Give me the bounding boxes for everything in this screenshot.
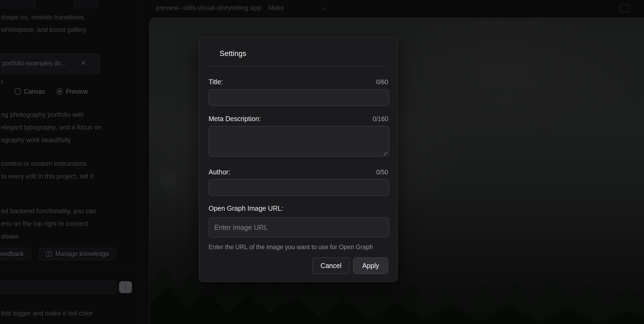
meta-field-head: Meta Description: 0/160: [209, 114, 388, 123]
chat-message-fragment: whitespace, and boost gallery: [1, 23, 86, 36]
og-image-url-label: Open Graph Image URL:: [209, 205, 283, 212]
eye-icon: [57, 89, 63, 94]
sidebar-divider: [0, 268, 142, 268]
manage-knowledge-button[interactable]: Manage knowledge: [39, 248, 116, 260]
make-menu-label: Make: [268, 4, 284, 11]
dialog-divider: [209, 66, 388, 66]
assistant-text-fragment: ed backend functionality, you can: [1, 205, 96, 217]
canvas-floating-chip[interactable]: [162, 175, 174, 188]
knowledge-book-icon: [46, 251, 52, 257]
meta-char-counter: 0/160: [373, 115, 388, 123]
attachment-label: portfolio examples do...: [2, 60, 66, 67]
meta-description-label: Meta Description:: [209, 115, 261, 123]
title-field-head: Title: 0/60: [209, 77, 388, 86]
attachment-tail-text: s: [1, 78, 4, 85]
meta-textarea-wrap: [209, 126, 388, 157]
user-message-fragment: this bigger and make it red color: [1, 307, 93, 319]
assistant-text-fragment: ng photography portfolio with: [1, 108, 84, 121]
author-field-head: Author: 0/50: [209, 167, 388, 176]
og-image-url-input[interactable]: [209, 217, 389, 237]
title-input[interactable]: [209, 89, 389, 106]
chat-message-fragment: shape no, smooth transitions,: [1, 11, 85, 23]
og-field-head: Open Graph Image URL:: [209, 203, 388, 212]
manage-knowledge-label: Manage knowledge: [55, 250, 109, 258]
chat-sidebar: shape no, smooth transitions, whitespace…: [0, 0, 142, 324]
apply-button[interactable]: Apply: [353, 258, 388, 274]
preview-toggle-label: Preview: [66, 88, 88, 95]
project-name: preview--stills-visual-storytelling app: [156, 4, 261, 11]
project-breadcrumb[interactable]: preview--stills-visual-storytelling appM…: [156, 4, 284, 12]
assistant-text-fragment: abase: [1, 230, 19, 242]
sidebar-footer-buttons: eedback Manage knowledge: [0, 248, 116, 260]
assistant-text-fragment: ography work beautifully: [1, 133, 71, 146]
cancel-button[interactable]: Cancel: [312, 258, 350, 274]
feedback-button-label: eedback: [0, 250, 24, 258]
dialog-title: Settings: [220, 49, 388, 58]
canvas-icon: [15, 89, 21, 94]
chat-composer: [0, 280, 116, 294]
arrow-up-icon: ↑: [124, 283, 127, 291]
assistant-text-fragment: enu on the top right to connect: [1, 217, 88, 230]
assistant-text-fragment: context or custom instructions: [1, 157, 86, 170]
settings-dialog: Settings Title: 0/60 Meta Description: 0…: [199, 37, 398, 282]
assistant-text-fragment: elegant typography, and a focus on: [1, 121, 101, 133]
app-window-icon[interactable]: [620, 4, 629, 12]
send-button[interactable]: ↑: [119, 281, 132, 293]
assistant-text-fragment: to every edit in this project, set it: [1, 170, 93, 182]
dialog-actions: Cancel Apply: [199, 258, 398, 274]
author-label: Author:: [209, 168, 230, 176]
author-char-counter: 0/50: [376, 169, 388, 176]
canvas-toggle-label: Canvas: [24, 88, 45, 95]
meta-description-textarea[interactable]: [209, 126, 389, 157]
view-toggle: Canvas Preview: [15, 86, 88, 97]
preview-toggle-button[interactable]: Preview: [57, 86, 88, 97]
title-char-counter: 0/60: [376, 79, 388, 86]
dialog-body: Title: 0/60 Meta Description: 0/160 Auth…: [199, 77, 398, 251]
dialog-header: Settings: [199, 37, 398, 58]
chat-input[interactable]: [0, 281, 116, 294]
feedback-button[interactable]: eedback: [0, 248, 31, 260]
author-input[interactable]: [209, 179, 389, 196]
canvas-toggle-button[interactable]: Canvas: [15, 86, 45, 97]
title-label: Title:: [209, 78, 223, 86]
og-helper-text: Enter the URL of the image you want to u…: [209, 243, 388, 251]
attachment-chip: portfolio examples do... ✕: [0, 54, 100, 74]
app-screen: preview--stills-visual-storytelling appM…: [0, 0, 644, 324]
close-icon[interactable]: ✕: [81, 60, 86, 67]
chevron-down-icon[interactable]: [322, 5, 327, 10]
